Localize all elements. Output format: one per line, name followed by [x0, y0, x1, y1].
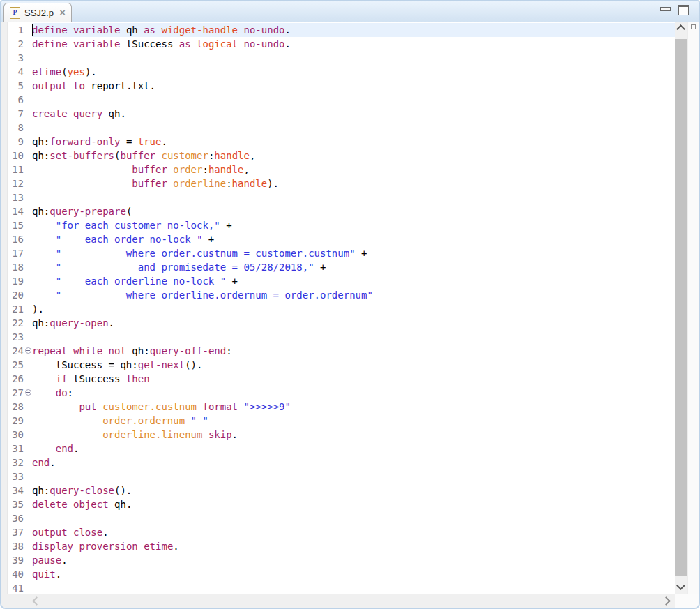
overview-ruler-header-icon[interactable] — [691, 24, 696, 29]
code-text: define variable qh as widget-handle no-u… — [32, 23, 675, 37]
code-line[interactable]: 39pause. — [8, 553, 675, 567]
line-number: 8 — [8, 121, 24, 135]
fold-margin — [24, 414, 32, 428]
code-text: quit. — [32, 567, 675, 581]
fold-margin — [24, 51, 32, 65]
fold-margin — [24, 428, 32, 442]
line-number: 30 — [8, 428, 24, 442]
line-number: 9 — [8, 135, 24, 149]
code-text: qh:query-open. — [32, 316, 675, 330]
tab-ssj2[interactable]: P SSJ2.p ✕ — [3, 3, 72, 22]
maximize-icon[interactable] — [678, 5, 689, 15]
code-line[interactable]: 23 — [8, 330, 675, 344]
code-line[interactable]: 6 — [8, 93, 675, 107]
code-line[interactable]: 11 buffer order:handle, — [8, 163, 675, 176]
code-editor[interactable]: 1define variable qh as widget-handle no-… — [1, 22, 699, 594]
code-line[interactable]: 32end. — [8, 456, 675, 469]
procedure-file-icon: P — [10, 7, 20, 19]
editor-tab-bar: P SSJ2.p ✕ — [1, 1, 699, 22]
code-text: "for each customer no-lock," + — [32, 218, 675, 232]
code-line[interactable]: 40quit. — [8, 567, 675, 581]
code-text: output close. — [32, 525, 675, 539]
code-line[interactable]: 27 do: — [8, 386, 675, 400]
code-lines[interactable]: 1define variable qh as widget-handle no-… — [8, 22, 675, 594]
code-line[interactable]: 10qh:set-buffers(buffer customer:handle, — [8, 149, 675, 163]
code-line[interactable]: 38display proversion etime. — [8, 539, 675, 553]
line-number: 36 — [8, 511, 24, 525]
code-line[interactable]: 33 — [8, 469, 675, 483]
code-line[interactable]: 3 — [8, 51, 675, 65]
fold-margin — [24, 246, 32, 260]
code-line[interactable]: 13 — [8, 190, 675, 204]
fold-collapse-icon[interactable] — [25, 347, 31, 354]
fold-margin — [24, 232, 32, 246]
code-line[interactable]: 7create query qh. — [8, 107, 675, 121]
code-line[interactable]: 25 lSuccess = qh:get-next(). — [8, 358, 675, 372]
code-line[interactable]: 21). — [8, 302, 675, 316]
code-line[interactable]: 30 orderline.linenum skip. — [8, 428, 675, 442]
line-number: 41 — [8, 581, 24, 594]
scroll-up-icon[interactable] — [676, 24, 685, 33]
fold-margin — [24, 149, 32, 163]
code-line[interactable]: 8 — [8, 121, 675, 135]
fold-margin — [24, 511, 32, 525]
minimize-icon[interactable] — [660, 7, 671, 11]
fold-margin — [24, 65, 32, 79]
horizontal-scrollbar[interactable] — [1, 594, 675, 608]
line-number: 34 — [8, 483, 24, 497]
view-controls — [660, 5, 689, 15]
fold-margin — [24, 581, 32, 594]
code-text: lSuccess = qh:get-next(). — [32, 358, 675, 372]
code-line[interactable]: 19 " each orderline no-lock " + — [8, 274, 675, 288]
code-line[interactable]: 28 put customer.custnum format ">>>>>9" — [8, 400, 675, 414]
code-line[interactable]: 20 " where orderline.ordernum = order.or… — [8, 288, 675, 302]
fold-collapse-icon[interactable] — [25, 389, 31, 396]
code-line[interactable]: 36 — [8, 511, 675, 525]
line-number: 29 — [8, 414, 24, 428]
tab-close-icon[interactable]: ✕ — [58, 8, 66, 17]
vertical-scrollbar-thumb[interactable] — [675, 39, 687, 576]
code-line[interactable]: 9qh:forward-only = true. — [8, 135, 675, 149]
vertical-scrollbar[interactable] — [675, 22, 687, 594]
code-line[interactable]: 41 — [8, 581, 675, 594]
code-text: define variable lSuccess as logical no-u… — [32, 37, 675, 51]
fold-margin — [24, 400, 32, 414]
overview-ruler[interactable] — [687, 22, 699, 594]
code-line[interactable]: 35delete object qh. — [8, 497, 675, 511]
line-number: 6 — [8, 93, 24, 107]
line-number: 14 — [8, 204, 24, 218]
code-text: etime(yes). — [32, 65, 675, 79]
code-line[interactable]: 1define variable qh as widget-handle no-… — [8, 23, 675, 37]
scroll-down-icon[interactable] — [676, 581, 685, 590]
code-line[interactable]: 14qh:query-prepare( — [8, 204, 675, 218]
code-line[interactable]: 18 " and promisedate = 05/28/2018," + — [8, 260, 675, 274]
fold-margin[interactable] — [24, 344, 32, 358]
code-line[interactable]: 24repeat while not qh:query-off-end: — [8, 344, 675, 358]
code-line[interactable]: 15 "for each customer no-lock," + — [8, 218, 675, 232]
code-line[interactable]: 4etime(yes). — [8, 65, 675, 79]
fold-margin — [24, 456, 32, 469]
code-line[interactable]: 37output close. — [8, 525, 675, 539]
code-line[interactable]: 16 " each order no-lock " + — [8, 232, 675, 246]
code-line[interactable]: 34qh:query-close(). — [8, 483, 675, 497]
code-line[interactable]: 2define variable lSuccess as logical no-… — [8, 37, 675, 51]
scroll-right-icon[interactable] — [662, 596, 671, 606]
code-text: " where orderline.ordernum = order.order… — [32, 288, 675, 302]
scroll-left-icon[interactable] — [32, 596, 41, 606]
code-line[interactable]: 17 " where order.custnum = customer.cust… — [8, 246, 675, 260]
code-line[interactable]: 5output to report.txt. — [8, 79, 675, 93]
code-text: qh:forward-only = true. — [32, 135, 675, 149]
code-text: end. — [32, 456, 675, 469]
fold-margin[interactable] — [24, 386, 32, 400]
line-number: 35 — [8, 497, 24, 511]
code-line[interactable]: 31 end. — [8, 442, 675, 456]
code-line[interactable]: 12 buffer orderline:handle). — [8, 176, 675, 190]
code-text: end. — [32, 442, 675, 456]
code-line[interactable]: 26 if lSuccess then — [8, 372, 675, 386]
line-number: 26 — [8, 372, 24, 386]
line-number: 24 — [8, 344, 24, 358]
line-number: 37 — [8, 525, 24, 539]
code-line[interactable]: 29 order.ordernum " " — [8, 414, 675, 428]
line-number: 28 — [8, 400, 24, 414]
code-line[interactable]: 22qh:query-open. — [8, 316, 675, 330]
